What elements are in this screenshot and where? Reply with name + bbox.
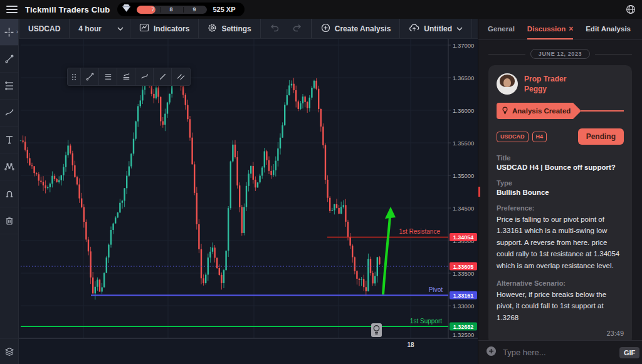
redo-icon[interactable]: [292, 23, 302, 34]
scroll-indicator: [478, 187, 480, 197]
preference-text: Price is falling to our pivot point of 1…: [497, 214, 624, 271]
draw-tool-fib-retracement[interactable]: [99, 68, 117, 85]
svg-text:1.35500: 1.35500: [453, 140, 474, 147]
svg-text:1.37000: 1.37000: [453, 42, 474, 49]
svg-text:1st Support: 1st Support: [410, 318, 442, 325]
symbol-button[interactable]: USDCAD: [19, 19, 70, 38]
floating-draw-toolbar: [67, 68, 191, 86]
chart-canvas[interactable]: 1.370001.365001.360001.355001.350001.345…: [19, 39, 478, 364]
xp-level-7: 7: [151, 6, 154, 14]
tool-fib-retracement[interactable]: [0, 73, 18, 100]
xp-level-8: 8: [169, 6, 172, 14]
tool-trendline[interactable]: [0, 46, 18, 73]
analysis-type: Bullish Bounce: [497, 189, 624, 196]
tool-trash[interactable]: [0, 207, 18, 234]
analysis-created-ribbon: Analysis Created: [497, 103, 624, 119]
xp-progress-widget[interactable]: 7 8 9 525 XP: [117, 3, 244, 16]
message-input-bar: GIF: [478, 340, 642, 364]
draw-tool-line[interactable]: [154, 68, 172, 85]
message-input[interactable]: [503, 348, 613, 357]
preference-label: Preference:: [497, 204, 624, 212]
chevron-down-icon: [117, 27, 124, 31]
undo-icon[interactable]: [270, 23, 280, 34]
svg-text:18: 18: [407, 341, 414, 348]
type-label: Type: [497, 179, 624, 187]
svg-text:1.34054: 1.34054: [453, 234, 474, 241]
chevron-right-icon: ›: [16, 28, 18, 35]
discussion-feed[interactable]: JUNE 12, 2023 Prop Trader Peggy: [478, 40, 642, 340]
hamburger-menu-icon[interactable]: [6, 6, 18, 13]
draw-tool-trendline[interactable]: [81, 68, 99, 85]
xp-level-9: 9: [192, 6, 196, 14]
xp-total: 525 XP: [213, 6, 235, 13]
svg-text:1.35000: 1.35000: [453, 172, 474, 179]
gear-icon: [208, 23, 217, 34]
tool-text[interactable]: [0, 127, 18, 153]
indicators-icon: [139, 23, 149, 34]
date-badge: JUNE 12, 2023: [530, 49, 590, 59]
top-bar: Tickmill Traders Club 7 8 9 525 XP: [0, 0, 642, 19]
tool-crosshair[interactable]: ›: [0, 19, 18, 46]
close-tab-icon[interactable]: ×: [569, 24, 573, 33]
indicators-button[interactable]: Indicators: [130, 19, 199, 38]
drag-handle-icon[interactable]: [68, 68, 81, 85]
timeframe-badge: H4: [532, 132, 547, 142]
avatar[interactable]: [497, 73, 518, 95]
timeframe-dropdown[interactable]: 4 hour: [70, 19, 130, 38]
date-divider: JUNE 12, 2023: [488, 49, 632, 59]
svg-text:1.33605: 1.33605: [453, 264, 474, 270]
tab-general[interactable]: General: [488, 19, 515, 39]
svg-text:1.33500: 1.33500: [453, 270, 474, 277]
tab-edit-analysis[interactable]: Edit Analysis: [586, 19, 631, 39]
xp-progress-track: 7 8 9: [137, 6, 207, 14]
tab-discussion[interactable]: Discussion ×: [527, 19, 573, 39]
svg-text:1.34500: 1.34500: [453, 205, 474, 212]
title-label: Title: [497, 154, 624, 162]
app: Tickmill Traders Club 7 8 9 525 XP ›: [0, 0, 642, 364]
author-name: Prop Trader Peggy: [524, 74, 566, 94]
candlestick-chart[interactable]: 1.370001.365001.360001.355001.350001.345…: [19, 39, 478, 364]
tool-brush[interactable]: [0, 100, 18, 127]
chart-region: USDCAD 4 hour Indicators: [19, 19, 478, 364]
tool-xabcd-pattern[interactable]: [0, 153, 18, 180]
language-globe-icon[interactable]: [626, 4, 636, 14]
draw-tool-fib-channel[interactable]: [117, 68, 135, 85]
symbol-badge: USDCAD: [497, 132, 529, 142]
alternative-text: However, if price breaks below the pivot…: [497, 289, 624, 323]
alternative-label: Alternative Scenario:: [497, 279, 624, 287]
svg-text:1st Resistance: 1st Resistance: [399, 228, 440, 235]
cloud-upload-icon: [409, 23, 419, 34]
svg-text:1.36000: 1.36000: [453, 107, 474, 114]
save-analysis-dropdown[interactable]: Untitled: [400, 19, 472, 38]
chevron-down-icon: [456, 27, 463, 31]
attach-plus-icon[interactable]: [486, 346, 497, 359]
pending-status-button[interactable]: Pending: [578, 128, 624, 145]
lightbulb-icon: [502, 107, 508, 116]
svg-text:1.32682: 1.32682: [453, 324, 474, 330]
app-title: Tickmill Traders Club: [25, 5, 110, 14]
analysis-title: USDCAD H4 | Bounce off support?: [497, 164, 624, 171]
svg-text:Pivot: Pivot: [429, 286, 443, 293]
tool-layers[interactable]: [0, 339, 18, 364]
analysis-card[interactable]: Prop Trader Peggy Analysis Created: [488, 65, 632, 340]
chart-toolbar: USDCAD 4 hour Indicators: [19, 19, 478, 39]
svg-text:1.36500: 1.36500: [453, 75, 474, 81]
svg-text:1.33161: 1.33161: [453, 293, 474, 299]
analysis-panel: General Discussion × Edit Analysis JUNE …: [478, 19, 642, 364]
plus-circle-icon: [321, 23, 330, 34]
panel-tab-bar: General Discussion × Edit Analysis: [478, 19, 642, 40]
message-timestamp: 23:49: [497, 330, 624, 337]
gif-button[interactable]: GIF: [619, 347, 639, 358]
undo-redo-group: [261, 19, 312, 38]
draw-tool-brush[interactable]: [135, 68, 154, 85]
drawing-tools-sidebar: ›: [0, 19, 19, 364]
gem-icon: [122, 4, 131, 15]
draw-tool-parallel-channel[interactable]: [172, 68, 190, 85]
create-analysis-button[interactable]: Create Analysis: [312, 19, 401, 38]
svg-text:1.32500: 1.32500: [453, 331, 474, 338]
tool-magnet[interactable]: [0, 180, 18, 207]
svg-text:1.33000: 1.33000: [453, 303, 474, 309]
settings-button[interactable]: Settings: [199, 19, 260, 38]
